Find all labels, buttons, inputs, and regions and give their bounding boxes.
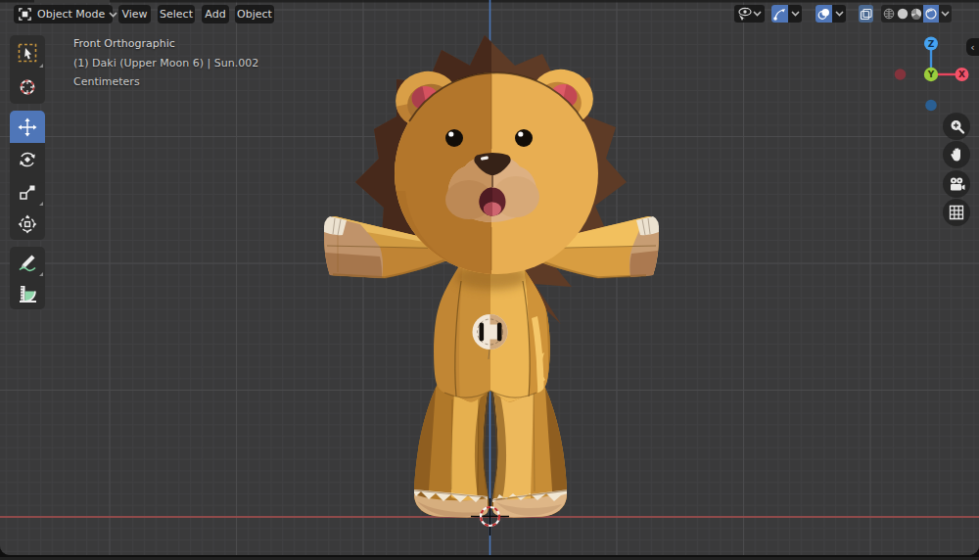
visibility-dropdown[interactable] — [734, 5, 765, 23]
units-text: Centimeters — [73, 72, 258, 92]
chevron-down-icon — [109, 12, 117, 18]
menu-object-label: Object — [235, 8, 274, 21]
shading-mode-group — [881, 5, 952, 23]
hand-icon — [949, 147, 964, 163]
gizmo-axis-x-neg[interactable] — [895, 69, 907, 80]
gizmo-z-label: Z — [928, 39, 935, 49]
tool-select-box[interactable] — [10, 35, 45, 70]
submenu-indicator — [39, 272, 43, 276]
select-box-icon — [17, 42, 38, 64]
gizmo-x-label: X — [958, 70, 965, 79]
plush-eye-right — [515, 129, 533, 147]
rendered-icon — [925, 8, 937, 20]
material-preview-icon — [910, 8, 922, 20]
viewport-info-text: Front Orthographic (1) Daki (Upper Moon … — [73, 34, 258, 92]
plush-eye-left — [445, 129, 463, 147]
chevron-down-icon — [753, 11, 762, 17]
solid-icon — [897, 8, 909, 20]
menu-select[interactable]: Select — [158, 5, 195, 23]
mode-selector[interactable]: Object Mode — [14, 5, 113, 23]
camera-view-button[interactable] — [943, 170, 970, 198]
toolbar-group-select — [10, 35, 45, 104]
rotate-icon — [18, 150, 37, 169]
grid-icon — [949, 205, 964, 220]
visibility-icon — [736, 7, 753, 22]
xray-icon — [860, 8, 872, 21]
menu-add[interactable]: Add — [202, 5, 229, 23]
toolbar-group-annotate — [10, 247, 45, 309]
chevron-down-icon — [791, 11, 800, 17]
submenu-indicator — [39, 202, 43, 206]
overlays-toggle[interactable] — [816, 5, 846, 23]
pan-button[interactable] — [943, 141, 970, 168]
menu-select-label: Select — [158, 8, 195, 21]
xray-toggle[interactable] — [859, 5, 873, 23]
shading-dropdown[interactable] — [939, 5, 952, 23]
annotate-icon — [17, 252, 38, 273]
view-name-text: Front Orthographic — [73, 34, 258, 54]
plush-mouth — [480, 188, 506, 216]
shading-wireframe[interactable] — [881, 5, 896, 23]
tool-move[interactable] — [10, 111, 45, 143]
measure-icon — [17, 283, 38, 304]
tool-annotate[interactable] — [10, 247, 45, 278]
object-mode-icon — [18, 7, 32, 22]
submenu-indicator — [39, 64, 43, 68]
navigation-gizmo[interactable]: Z Y X — [882, 23, 979, 121]
shading-material[interactable] — [909, 5, 923, 23]
menu-object[interactable]: Object — [235, 5, 274, 23]
overlays-icon — [817, 8, 830, 21]
toolbar-group-transform — [10, 111, 45, 240]
camera-icon — [948, 176, 965, 192]
sidebar-toggle[interactable]: ‹ — [966, 38, 979, 56]
cursor-tool-icon — [17, 76, 38, 98]
move-icon — [18, 117, 37, 137]
tool-transform[interactable] — [10, 208, 45, 240]
mode-selector-label: Object Mode — [32, 8, 109, 21]
sidebar-toggle-arrow: ‹ — [970, 41, 974, 54]
tool-measure[interactable] — [10, 278, 45, 309]
tool-scale[interactable] — [10, 175, 45, 208]
chevron-down-icon — [835, 11, 844, 17]
tool-rotate[interactable] — [10, 143, 45, 175]
shading-rendered[interactable] — [923, 5, 939, 23]
menu-view-label: View — [119, 8, 149, 21]
menu-view[interactable]: View — [118, 5, 151, 23]
shading-solid[interactable] — [896, 5, 909, 23]
chevron-down-icon — [941, 11, 950, 17]
wireframe-icon — [883, 8, 895, 20]
scale-icon — [18, 182, 37, 202]
gizmo-axis-z-neg[interactable] — [925, 100, 937, 112]
active-object-text: (1) Daki (Upper Moon 6) | Sun.002 — [73, 54, 258, 73]
transform-icon — [18, 214, 37, 234]
menu-add-label: Add — [203, 8, 227, 21]
gizmo-y-label: Y — [927, 70, 935, 79]
gizmos-toggle[interactable] — [771, 5, 802, 23]
orthographic-toggle-button[interactable] — [943, 199, 970, 226]
zoom-button[interactable] — [943, 113, 970, 140]
gizmos-icon — [773, 8, 786, 21]
blender-window: Object Mode View Select Add Object — [0, 0, 979, 560]
tool-cursor[interactable] — [10, 70, 45, 104]
zoom-icon — [949, 118, 965, 135]
